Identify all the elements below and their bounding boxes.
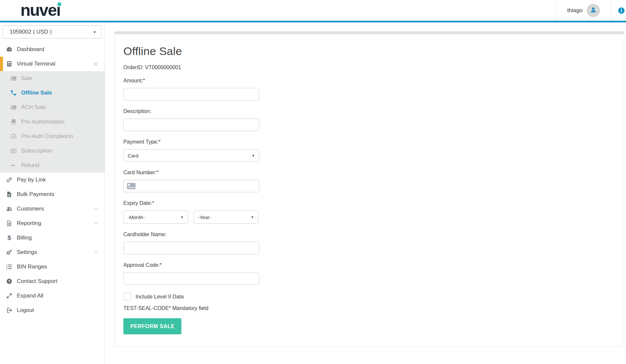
minus-icon (10, 162, 17, 169)
svg-text:?: ? (8, 279, 11, 283)
users-icon (6, 206, 13, 212)
sidebar-item-offline-sale[interactable]: Offline Sale (0, 86, 105, 100)
calculator-icon (6, 61, 13, 67)
sidebar-item-subscription[interactable]: Subscription (0, 144, 105, 158)
close-icon[interactable] (93, 61, 99, 67)
sidebar-item-ach-sale[interactable]: ACH Sale (0, 100, 105, 115)
expiry-date-field-group: Expiry Date:* -Month- ▼ -Year- ▼ (123, 200, 610, 224)
merchant-select-value: 1059002 ( USD ) (10, 29, 52, 35)
sidebar-item-pay-by-link[interactable]: Pay by Link (0, 173, 105, 187)
payment-type-value: Card (128, 153, 139, 158)
amount-input[interactable] (123, 88, 259, 100)
expiry-month-select[interactable]: -Month- ▼ (123, 210, 188, 224)
sidebar-item-pre-auth-completion[interactable]: Pre-Auth Completion (0, 129, 105, 144)
sidebar-item-label: Reporting (17, 220, 41, 227)
caret-down-icon: ▼ (93, 30, 96, 34)
sidebar-item-label: Dashboard (17, 46, 44, 53)
approval-code-label: Approval Code:* (123, 262, 610, 268)
info-icon (618, 7, 625, 14)
sidebar-item-virtual-terminal[interactable]: Virtual Terminal (0, 57, 105, 71)
sidebar-item-label: Settings (17, 249, 37, 256)
sidebar-nav: DashboardVirtual TerminalSaleOffline Sal… (0, 42, 105, 318)
description-label: Description: (123, 108, 610, 114)
book-icon (10, 119, 17, 125)
svg-text:3: 3 (6, 268, 8, 270)
nuvei-logo[interactable]: nuveı (20, 0, 60, 21)
sidebar-item-dashboard[interactable]: Dashboard (0, 42, 105, 57)
user-menu-button[interactable]: thiago (556, 0, 611, 21)
cardholder-name-input[interactable] (123, 242, 259, 254)
logo-dot-icon (57, 2, 61, 6)
logo-text: nuveı (20, 0, 60, 20)
order-id: OrderID: VT0000000001 (123, 65, 610, 70)
perform-sale-button[interactable]: PERFORM SALE (123, 318, 181, 334)
sidebar-item-label: Virtual Terminal (17, 61, 55, 67)
gears-icon (6, 249, 13, 256)
payment-type-field-group: Payment Type:* Card ▼ (123, 139, 610, 162)
phone-icon (10, 90, 17, 96)
sidebar-item-reporting[interactable]: Reporting (0, 216, 105, 231)
card-number-label: Card Number:* (123, 170, 610, 176)
payment-type-label: Payment Type:* (123, 139, 610, 145)
sidebar-item-label: Billing (17, 235, 32, 241)
link-icon (6, 177, 13, 183)
sidebar-item-logout[interactable]: Logout (0, 303, 105, 318)
newspaper-icon (10, 148, 17, 154)
file-icon (6, 191, 13, 198)
info-button[interactable] (611, 0, 626, 21)
expiry-month-value: -Month- (128, 214, 145, 220)
sidebar-item-label: ACH Sale (21, 104, 46, 111)
logout-icon (6, 307, 13, 314)
include-level2-label: Include Level II Data (136, 294, 184, 300)
sidebar-item-bin-ranges[interactable]: 123BIN Ranges (0, 260, 105, 274)
offline-sale-card: Offline Sale OrderID: VT0000000001 Amoun… (114, 31, 624, 347)
sidebar: 1059002 ( USD ) ▼ DashboardVirtual Termi… (0, 22, 105, 364)
caret-down-icon: ▼ (180, 215, 184, 219)
chevron-down-icon (93, 249, 99, 256)
sidebar-item-label: Sale (21, 75, 32, 82)
sidebar-item-label: Pre-Auth Completion (21, 133, 73, 140)
include-level2-checkbox[interactable] (123, 293, 131, 301)
caret-down-icon: ▼ (251, 215, 254, 219)
sidebar-item-settings[interactable]: Settings (0, 245, 105, 260)
chevron-down-icon (93, 220, 99, 227)
sidebar-item-label: Refund (21, 162, 39, 169)
sidebar-item-label: Pay by Link (17, 177, 46, 183)
card-number-field-group: Card Number:* (123, 170, 610, 192)
person-icon (590, 6, 597, 15)
sidebar-item-label: Bulk Payments (17, 191, 54, 198)
include-level2-row: Include Level II Data (123, 293, 610, 301)
expiry-date-label: Expiry Date:* (123, 200, 610, 206)
question-circle-icon: ? (6, 278, 13, 285)
sidebar-item-label: Logout (17, 307, 34, 314)
sidebar-item-pre-authorization[interactable]: Pre-Authorization (0, 115, 105, 129)
amount-label: Amount:* (123, 78, 610, 84)
report-icon (6, 220, 13, 227)
sidebar-item-bulk-payments[interactable]: Bulk Payments (0, 187, 105, 202)
cardholder-name-field-group: Cardholder Name: (123, 232, 610, 254)
sidebar-item-customers[interactable]: Customers (0, 202, 105, 216)
sidebar-item-label: BIN Ranges (17, 264, 47, 270)
sidebar-item-label: Customers (17, 206, 44, 212)
sidebar-item-sale[interactable]: Sale (0, 71, 105, 86)
sidebar-item-expand-all[interactable]: Expand All (0, 289, 105, 303)
sidebar-item-billing[interactable]: $Billing (0, 231, 105, 245)
page-title: Offline Sale (123, 45, 610, 58)
username: thiago (567, 7, 582, 14)
approval-code-input[interactable] (123, 272, 259, 285)
sidebar-item-contact-support[interactable]: ?Contact Support (0, 274, 105, 289)
check-circle-icon (10, 133, 17, 140)
mandatory-note: TEST-SEAL-CODE* Mandatory field (123, 305, 610, 311)
description-field-group: Description: (123, 108, 610, 131)
expiry-year-select[interactable]: -Year- ▼ (194, 210, 258, 224)
description-input[interactable] (123, 119, 259, 131)
caret-down-icon: ▼ (252, 154, 255, 157)
sidebar-item-label: Offline Sale (21, 90, 52, 96)
card-number-input[interactable] (123, 180, 259, 192)
merchant-select[interactable]: 1059002 ( USD ) ▼ (3, 25, 102, 39)
sidebar-item-refund[interactable]: Refund (0, 158, 105, 173)
sidebar-item-label: Subscription (21, 148, 52, 154)
expiry-year-value: -Year- (198, 214, 211, 220)
expand-icon (6, 293, 13, 299)
payment-type-select[interactable]: Card ▼ (123, 149, 259, 162)
